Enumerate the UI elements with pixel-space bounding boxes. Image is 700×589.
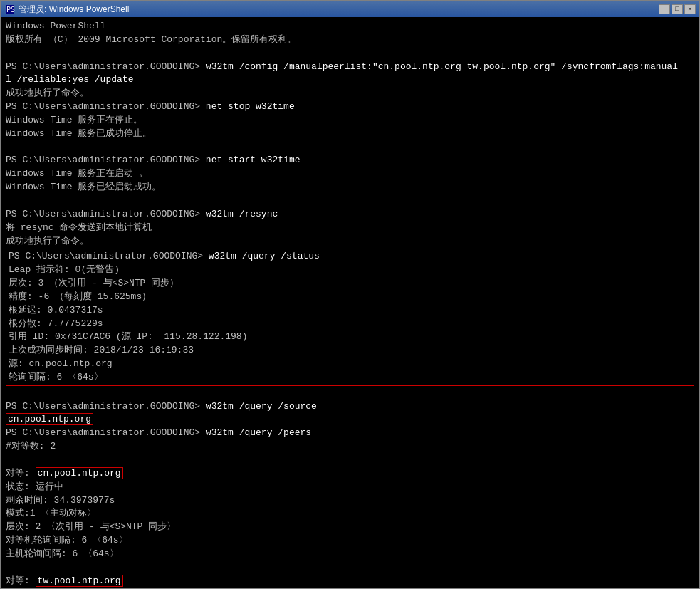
cmd-w32tm-config-cont: l /reliable:yes /update xyxy=(6,73,694,87)
output-precision: 精度: -6 （每刻度 15.625ms） xyxy=(9,291,691,304)
output-started: Windows Time 服务已经启动成功。 xyxy=(6,181,694,194)
window-controls: _ □ ✕ xyxy=(659,4,696,14)
terminal-output[interactable]: Windows PowerShell 版权所有 （C） 2009 Microso… xyxy=(1,17,699,588)
powershell-window: PS 管理员: Windows PowerShell _ □ ✕ Windows… xyxy=(0,0,700,589)
peer1-layer: 层次: 2 〈次引用 - 与<S>NTP 同步〉 xyxy=(6,521,694,534)
blank-4 xyxy=(6,387,694,400)
blank-3 xyxy=(6,194,694,208)
minimize-button[interactable]: _ xyxy=(659,4,670,14)
blank-2 xyxy=(6,141,694,155)
output-source-highlighted: cn.pool.ntp.org xyxy=(6,413,694,427)
peer1-label: 对等: cn.pool.ntp.org xyxy=(6,467,694,481)
cmd-query-source: PS C:\Users\administrator.GOODOING> w32t… xyxy=(6,400,694,414)
title-bar: PS 管理员: Windows PowerShell _ □ ✕ xyxy=(1,1,699,17)
close-button[interactable]: ✕ xyxy=(684,4,696,14)
line-1: Windows PowerShell xyxy=(6,20,694,33)
output-leap: Leap 指示符: 0(无警告) xyxy=(9,264,691,277)
output-root-scatter: 根分散: 7.7775229s xyxy=(9,318,691,331)
output-config: 成功地执行了命令。 xyxy=(6,87,694,100)
peer1-host-poll: 主机轮询间隔: 6 〈64s〉 xyxy=(6,548,694,561)
output-last-sync: 上次成功同步时间: 2018/1/23 16:19:33 xyxy=(9,344,691,358)
peer1-remaining: 剩余时间: 34.3973977s xyxy=(6,494,694,508)
line-2: 版权所有 （C） 2009 Microsoft Corporation。保留所有… xyxy=(6,33,694,47)
cmd-query-peers: PS C:\Users\administrator.GOODOING> w32t… xyxy=(6,427,694,440)
peer1-mode: 模式:1 〈主动对标〉 xyxy=(6,507,694,521)
output-resync-2: 成功地执行了命令。 xyxy=(6,235,694,249)
maximize-button[interactable]: □ xyxy=(672,4,683,14)
cmd-net-stop: PS C:\Users\administrator.GOODOING> net … xyxy=(6,100,694,114)
cmd-query-status: PS C:\Users\administrator.GOODOING> w32t… xyxy=(9,250,691,264)
output-root-delay: 根延迟: 0.0437317s xyxy=(9,304,691,318)
output-source: 源: cn.pool.ntp.org xyxy=(9,358,691,371)
cmd-resync: PS C:\Users\administrator.GOODOING> w32t… xyxy=(6,208,694,221)
blank-6 xyxy=(6,561,694,575)
output-peer-count: #对等数: 2 xyxy=(6,440,694,454)
output-stopped: Windows Time 服务已成功停止。 xyxy=(6,127,694,141)
cmd-w32tm-config: PS C:\Users\administrator.GOODOING> w32t… xyxy=(6,61,694,74)
peer2-label: 对等: tw.pool.ntp.org xyxy=(6,575,694,588)
query-status-section: PS C:\Users\administrator.GOODOING> w32t… xyxy=(6,249,694,385)
blank-5 xyxy=(6,454,694,467)
cmd-net-start: PS C:\Users\administrator.GOODOING> net … xyxy=(6,154,694,167)
output-resync-1: 将 resync 命令发送到本地计算机 xyxy=(6,221,694,235)
window-title: 管理员: Windows PowerShell xyxy=(19,4,659,16)
output-layer: 层次: 3 （次引用 - 与<S>NTP 同步） xyxy=(9,277,691,291)
output-stopping: Windows Time 服务正在停止。 xyxy=(6,114,694,127)
output-starting: Windows Time 服务正在启动 。 xyxy=(6,167,694,181)
output-poll-interval: 轮询间隔: 6 〈64s〉 xyxy=(9,371,691,385)
peer1-status: 状态: 运行中 xyxy=(6,481,694,494)
peer1-peer-poll: 对等机轮询间隔: 6 〈64s〉 xyxy=(6,534,694,548)
blank-1 xyxy=(6,47,694,61)
svg-text:PS: PS xyxy=(6,6,15,14)
output-ref-id: 引用 ID: 0x731C7AC6 (源 IP: 115.28.122.198) xyxy=(9,330,691,344)
window-icon: PS xyxy=(4,4,16,15)
